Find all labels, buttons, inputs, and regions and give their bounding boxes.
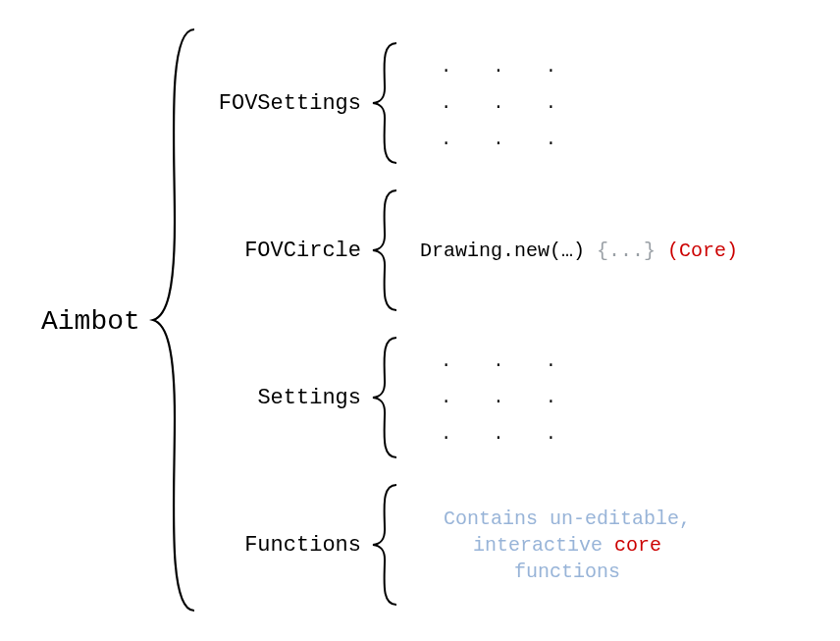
entry-label-functions: Functions: [214, 533, 367, 558]
dot: .: [546, 94, 556, 112]
entry-fovcircle: FOVCircle Drawing.new(…) {...} (Core): [214, 177, 822, 324]
entry-functions: Functions Contains un-editable, interact…: [214, 471, 822, 618]
dot: .: [546, 425, 556, 443]
functions-desc-line2a: interactive: [473, 534, 614, 557]
dot: .: [494, 389, 504, 406]
dot: .: [494, 131, 504, 148]
entry-label-fovcircle: FOVCircle: [214, 239, 367, 263]
dot: .: [494, 352, 504, 370]
entry-fovsettings: FOVSettings . . . . . . . . .: [214, 29, 822, 177]
entry-label-settings: Settings: [214, 386, 367, 410]
functions-desc-line2b: functions: [514, 561, 620, 583]
dot-grid: . . . . . . . . .: [420, 344, 577, 452]
dot: .: [441, 425, 451, 443]
big-brace-icon: [147, 26, 206, 614]
fovcircle-core-tag: (Core): [667, 240, 738, 262]
functions-desc-line1: Contains un-editable,: [420, 506, 714, 532]
dot: .: [494, 425, 504, 443]
small-brace-icon: [367, 187, 402, 314]
dot-grid: . . . . . . . . .: [420, 49, 577, 157]
dot: .: [441, 352, 451, 370]
entry-settings: Settings . . . . . . . . .: [214, 324, 822, 471]
dot: .: [441, 58, 451, 76]
entries-column: FOVSettings . . . . . . . . . FOVCircle …: [214, 29, 822, 618]
entry-label-fovsettings: FOVSettings: [214, 91, 367, 116]
small-brace-icon: [367, 481, 402, 609]
dot: .: [494, 58, 504, 76]
entry-body-fovcircle: Drawing.new(…) {...} (Core): [402, 240, 738, 262]
entry-body-settings: . . . . . . . . .: [402, 344, 577, 452]
dot: .: [441, 389, 451, 406]
entry-body-functions: Contains un-editable, interactive core f…: [402, 506, 714, 585]
fovcircle-placeholder: {...}: [597, 240, 656, 262]
dot: .: [546, 58, 556, 76]
dot: .: [494, 94, 504, 112]
small-brace-icon: [367, 39, 402, 167]
small-brace-icon: [367, 334, 402, 461]
dot: .: [546, 131, 556, 148]
functions-desc-core: core: [614, 534, 661, 557]
dot: .: [441, 131, 451, 148]
functions-desc-line2: interactive core functions: [420, 532, 714, 585]
dot: .: [546, 352, 556, 370]
fovcircle-call: Drawing.new(…): [420, 240, 585, 262]
root-label: Aimbot: [41, 306, 140, 337]
dot: .: [441, 94, 451, 112]
entry-body-fovsettings: . . . . . . . . .: [402, 49, 577, 157]
dot: .: [546, 389, 556, 406]
